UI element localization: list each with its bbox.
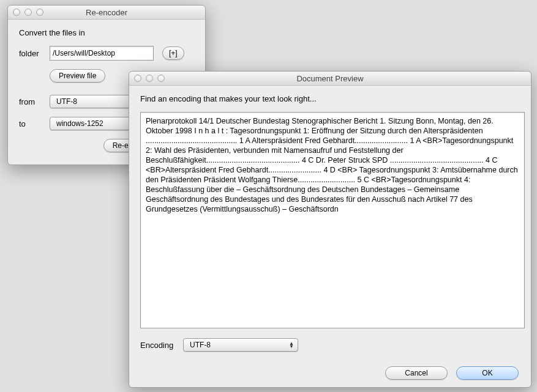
from-label: from (19, 97, 50, 106)
ok-button[interactable]: OK (456, 366, 519, 380)
minimize-icon[interactable] (146, 75, 153, 82)
encoding-popup[interactable]: UTF-8 ▲▼ (183, 338, 298, 352)
folder-label: folder (19, 49, 50, 58)
encoding-value: UTF-8 (190, 341, 211, 349)
preview-file-button[interactable]: Preview file (50, 69, 105, 83)
document-text-area[interactable]: Plenarprotokoll 14/1 Deutscher Bundestag… (140, 112, 525, 328)
preview-title: Document Preview (129, 74, 531, 83)
zoom-icon[interactable] (157, 75, 165, 82)
folder-input[interactable] (50, 46, 154, 61)
cancel-button[interactable]: Cancel (385, 366, 448, 380)
encoding-label: Encoding (140, 341, 183, 350)
to-encoding-value: windows-1252 (56, 119, 103, 128)
document-preview-window: Document Preview Find an encoding that m… (129, 71, 531, 388)
to-label: to (19, 119, 50, 128)
preview-instruction: Find an encoding that makes your text lo… (140, 94, 520, 103)
zoom-icon[interactable] (36, 9, 43, 16)
close-icon[interactable] (13, 9, 20, 16)
add-folder-button[interactable]: [+] (162, 46, 184, 60)
minimize-icon[interactable] (24, 9, 32, 16)
reencoder-titlebar[interactable]: Re-encoder (8, 6, 205, 20)
from-encoding-value: UTF-8 (56, 97, 77, 106)
chevron-updown-icon: ▲▼ (289, 342, 294, 348)
preview-titlebar[interactable]: Document Preview (129, 72, 531, 86)
convert-prompt: Convert the files in (19, 28, 194, 37)
close-icon[interactable] (134, 75, 141, 82)
